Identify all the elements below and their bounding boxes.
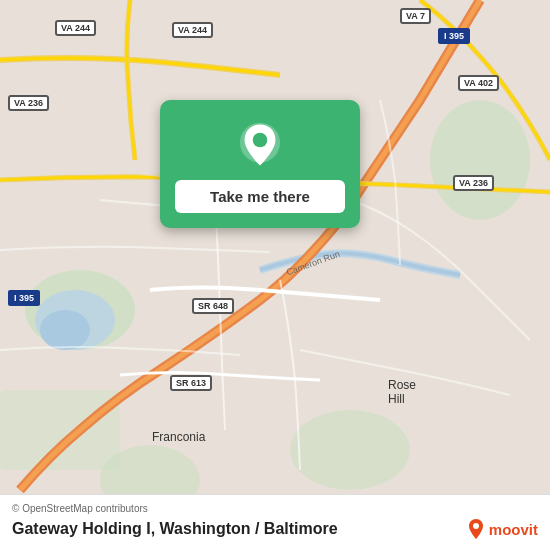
franconia-label: Franconia [152,430,205,444]
road-badge-sr613: SR 613 [170,375,212,391]
svg-point-2 [430,100,530,220]
svg-point-3 [290,410,410,490]
svg-rect-5 [0,390,120,470]
bottom-bar: © OpenStreetMap contributors Gateway Hol… [0,494,550,550]
road-badge-va244-right: VA 244 [172,22,213,38]
take-me-there-button[interactable]: Take me there [175,180,345,213]
road-badge-va244-left: VA 244 [55,20,96,36]
attribution-text: © OpenStreetMap contributors [12,503,538,514]
road-badge-sr648: SR 648 [192,298,234,314]
svg-point-10 [473,523,479,529]
road-badge-va236-left: VA 236 [8,95,49,111]
rose-hill-label: Rose Hill [388,378,416,406]
location-pin-icon [235,120,285,170]
road-badge-va236-right: VA 236 [453,175,494,191]
location-title-text: Gateway Holding I, Washington / Baltimor… [12,520,338,538]
svg-point-9 [253,133,268,148]
map-container: VA 7 VA 244 VA 244 I 395 VA 236 VA 402 V… [0,0,550,550]
svg-point-7 [40,310,90,350]
moovit-text: moovit [489,521,538,538]
moovit-pin-icon [467,518,485,540]
location-card: Take me there [160,100,360,228]
moovit-logo: moovit [467,518,538,540]
road-badge-va7: VA 7 [400,8,431,24]
road-badge-i395-bottom: I 395 [8,290,40,306]
road-badge-i395-top: I 395 [438,28,470,44]
road-badge-va402: VA 402 [458,75,499,91]
